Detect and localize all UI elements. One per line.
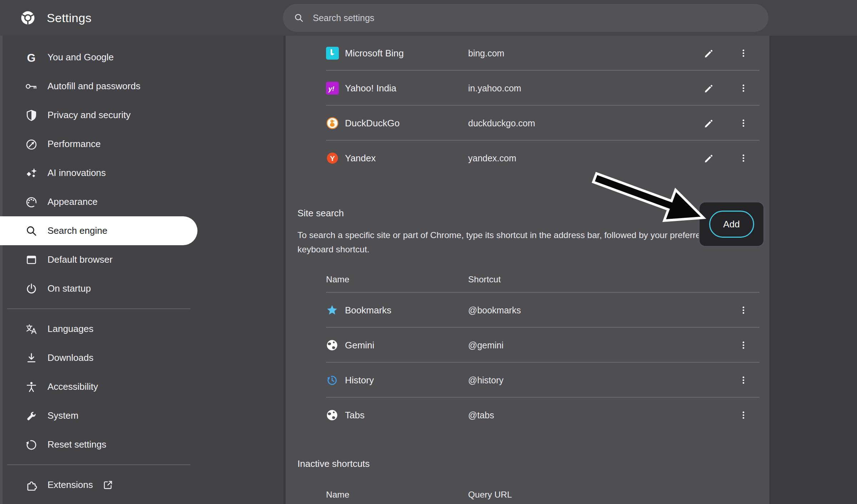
pencil-icon (703, 117, 715, 129)
engine-name: DuckDuckGo (345, 118, 400, 129)
edit-button[interactable] (700, 115, 717, 132)
search-settings-input[interactable] (312, 7, 768, 29)
site-favicon (326, 117, 339, 130)
add-button-highlight: Add (699, 202, 764, 247)
sidebar-item-label: Reset settings (47, 439, 106, 450)
engine-name: Yahoo! India (345, 83, 396, 94)
more-actions-button[interactable] (735, 150, 752, 167)
sidebar-item-icon (25, 225, 38, 237)
more-actions-button[interactable] (735, 115, 752, 132)
more-actions-button[interactable] (735, 407, 752, 424)
sidebar-item-label: System (47, 410, 79, 421)
sidebar-item[interactable]: Accessibility (0, 372, 284, 401)
more-actions-button[interactable] (735, 45, 752, 62)
engine-url: duckduckgo.com (468, 118, 535, 128)
site-search-row: Gemini @gemini (284, 328, 770, 363)
sidebar-item-extensions[interactable]: Extensions (0, 470, 284, 499)
settings-search-bar[interactable] (283, 4, 768, 32)
site-search-row: History @history (284, 363, 770, 398)
kebab-menu-icon (738, 118, 749, 128)
kebab-menu-icon (738, 83, 749, 94)
sidebar-item[interactable]: Appearance (0, 187, 284, 216)
sidebar-item-icon (25, 253, 38, 266)
sidebar-item[interactable]: On startup (0, 274, 284, 303)
sidebar-item-label: You and Google (47, 52, 114, 63)
sidebar-item-label: Privacy and security (47, 110, 131, 121)
edit-button[interactable] (700, 80, 717, 97)
add-site-search-button[interactable]: Add (709, 211, 754, 238)
sidebar-item-icon (25, 167, 38, 180)
search-engines-list: Microsoft Bing bing.com Yahoo! India in. (284, 36, 770, 176)
shortcut-value: @gemini (468, 340, 503, 351)
sidebar-item[interactable]: Default browser (0, 245, 284, 274)
engine-name: Microsoft Bing (345, 48, 404, 59)
kebab-menu-icon (738, 48, 749, 59)
site-favicon (326, 339, 338, 351)
sidebar-item[interactable]: Reset settings (0, 430, 284, 459)
kebab-menu-icon (738, 410, 749, 420)
sidebar-item-label: Languages (47, 323, 94, 334)
more-actions-button[interactable] (735, 302, 752, 319)
site-favicon (326, 152, 339, 165)
sidebar-item[interactable]: Privacy and security (0, 101, 284, 130)
search-engine-row: DuckDuckGo duckduckgo.com (284, 106, 770, 141)
sidebar-item-icon (25, 438, 38, 451)
site-search-row: Bookmarks @bookmarks (284, 293, 770, 328)
more-actions-button[interactable] (735, 372, 752, 389)
site-search-description: To search a specific site or part of Chr… (297, 228, 708, 257)
search-engine-row: Microsoft Bing bing.com (284, 36, 770, 71)
more-actions-button[interactable] (735, 80, 752, 97)
edit-button[interactable] (700, 45, 717, 62)
site-favicon (326, 82, 339, 95)
sidebar-item-icon (25, 323, 38, 336)
shortcut-name: Bookmarks (345, 305, 391, 316)
page-title: Settings (47, 11, 91, 25)
sidebar-item-icon (25, 109, 38, 122)
puzzle-icon (25, 479, 38, 492)
sidebar-item-label: Default browser (47, 254, 112, 265)
sidebar-item-label: On startup (47, 283, 91, 294)
external-link-icon (102, 479, 114, 491)
shortcut-name: Gemini (345, 340, 374, 351)
sidebar-item-icon (25, 282, 38, 295)
site-favicon (326, 409, 338, 421)
sidebar-item-label: Autofill and passwords (47, 81, 140, 92)
sidebar-item[interactable]: AI innovations (0, 158, 284, 187)
sidebar-item[interactable]: Downloads (0, 343, 284, 372)
sidebar-item-icon (25, 138, 38, 151)
engine-url: bing.com (468, 48, 504, 59)
chrome-settings-page: Settings You and Google Autof (0, 0, 857, 504)
sidebar: You and Google Autofill and passwords Pr… (0, 36, 284, 504)
more-actions-button[interactable] (735, 337, 752, 354)
shortcut-name: History (345, 375, 374, 386)
sidebar-item-label: AI innovations (47, 167, 106, 178)
chrome-logo-icon (20, 10, 36, 26)
sidebar-item-icon (25, 380, 38, 393)
top-bar: Settings (0, 0, 857, 36)
sidebar-item[interactable]: Autofill and passwords (0, 72, 284, 101)
sidebar-item-icon (25, 352, 38, 364)
sidebar-item[interactable]: You and Google (0, 43, 284, 72)
inactive-shortcuts-heading: Inactive shortcuts (297, 458, 370, 469)
shortcut-value: @tabs (468, 410, 494, 420)
shortcut-value: @bookmarks (468, 305, 521, 316)
pencil-icon (703, 82, 715, 94)
site-search-heading: Site search (297, 208, 344, 219)
sidebar-item[interactable]: System (0, 401, 284, 430)
sidebar-item-label: Extensions (47, 479, 93, 490)
column-header-name: Name (326, 274, 349, 284)
sidebar-item[interactable]: Languages (0, 314, 284, 343)
site-favicon (326, 47, 339, 60)
kebab-menu-icon (738, 340, 749, 351)
sidebar-item[interactable]: Search engine (0, 216, 197, 245)
edit-button[interactable] (700, 150, 717, 167)
inactive-shortcuts-table-header: Name Query URL (284, 481, 770, 504)
search-engine-settings: Microsoft Bing bing.com Yahoo! India in. (284, 36, 770, 504)
sidebar-item-icon (25, 196, 38, 208)
engine-name: Yandex (345, 153, 376, 164)
search-engine-row: Yandex yandex.com (284, 141, 770, 176)
sidebar-item[interactable]: Performance (0, 130, 284, 158)
kebab-menu-icon (738, 375, 749, 385)
sidebar-item-icon (25, 80, 38, 93)
column-header-query-url: Query URL (468, 490, 512, 500)
